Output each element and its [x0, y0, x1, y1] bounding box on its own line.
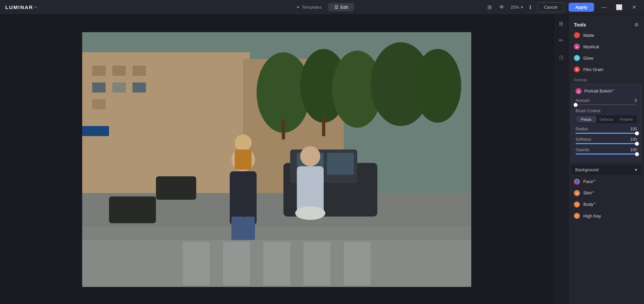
- brush-tab-focus[interactable]: Focus: [576, 116, 596, 123]
- brush-tab-defocus[interactable]: Defocus: [596, 116, 616, 123]
- chevron-down-icon: ▾: [521, 5, 523, 10]
- tool-item-skin[interactable]: ◈ SkinAI: [569, 187, 644, 199]
- canvas-area: [0, 15, 553, 304]
- bokeh-header[interactable]: ▲ Portrait BokehAI: [576, 88, 637, 94]
- edit-tab[interactable]: ☰ Edit: [328, 3, 354, 11]
- matte-label: Matte: [583, 33, 639, 38]
- brush-icon[interactable]: ✏: [556, 35, 567, 46]
- skin-icon: ◈: [574, 190, 580, 196]
- tools-section-header: Tools ⚙: [569, 17, 644, 29]
- tool-item-film-grain[interactable]: ■ Film Grain: [569, 64, 644, 75]
- film-grain-label: Film Grain: [583, 67, 639, 72]
- app-logo: LUMINARAI: [5, 4, 38, 10]
- radius-slider-row: Radius 100: [576, 127, 637, 134]
- opacity-slider-row: Opacity 100: [576, 147, 637, 155]
- body-icon: ✦: [574, 201, 580, 207]
- face-label: FaceAI: [583, 179, 639, 184]
- tool-item-matte[interactable]: Matte: [569, 29, 644, 41]
- topbar-right: ⊞ 👁 25% ▾ ℹ Cancel Apply — ⬜ ✕: [486, 2, 639, 12]
- amount-slider[interactable]: [576, 104, 637, 105]
- glow-icon: ✦: [574, 55, 580, 61]
- tools-list: Tools ⚙ Matte ▲ Mystical ✦ Glow ■ Film: [569, 15, 644, 304]
- brush-tabs: Focus Defocus Finisher: [576, 115, 637, 123]
- chevron-down-icon: ▾: [635, 167, 637, 172]
- bokeh-icon: ▲: [576, 88, 582, 94]
- opacity-slider[interactable]: [576, 154, 637, 155]
- face-icon: 👤: [574, 179, 580, 185]
- background-dropdown[interactable]: Background ▾: [571, 165, 641, 175]
- sliders-icon[interactable]: ⊞: [556, 18, 567, 29]
- portrait-section-header: Portrait: [569, 75, 644, 84]
- info-icon[interactable]: ℹ: [528, 3, 533, 12]
- mystical-label: Mystical: [583, 44, 639, 49]
- tool-item-body[interactable]: ✦ BodyAI: [569, 199, 644, 210]
- right-panel: ⊞ ✏ ◷ Tools ⚙ Matte ▲ Mystical ✦ G: [553, 15, 644, 304]
- portrait-bokeh-panel: ▲ Portrait BokehAI Amount 0: [571, 84, 641, 162]
- templates-icon: ✦: [296, 5, 300, 10]
- maximize-button[interactable]: ⬜: [613, 3, 625, 12]
- brush-tab-finisher[interactable]: Finisher: [616, 116, 636, 123]
- minimize-button[interactable]: —: [599, 3, 609, 12]
- high-key-icon: ☀: [574, 213, 580, 219]
- high-key-label: High Key: [583, 214, 639, 219]
- zoom-indicator[interactable]: 25% ▾: [511, 5, 523, 10]
- cancel-button[interactable]: Cancel: [537, 2, 564, 12]
- settings-icon[interactable]: ⚙: [634, 22, 639, 27]
- body-label: BodyAI: [583, 202, 639, 207]
- svg-rect-45: [82, 32, 471, 287]
- close-button[interactable]: ✕: [630, 3, 639, 12]
- topbar: LUMINARAI ✦ Templates ☰ Edit ⊞ 👁 25% ▾ ℹ…: [0, 0, 644, 15]
- photo-image: [82, 32, 471, 287]
- templates-tab[interactable]: ✦ Templates: [290, 3, 328, 11]
- film-grain-icon: ■: [574, 66, 580, 72]
- skin-label: SkinAI: [583, 190, 639, 195]
- matte-icon: [574, 32, 580, 38]
- compare-icon[interactable]: ⊞: [486, 3, 493, 12]
- softness-slider-row: Softness 100: [576, 137, 637, 144]
- photo-canvas: [82, 32, 471, 287]
- edit-icon: ☰: [334, 5, 338, 10]
- topbar-center-nav: ✦ Templates ☰ Edit: [290, 3, 354, 11]
- radius-slider[interactable]: [576, 133, 637, 134]
- clock-icon[interactable]: ◷: [556, 52, 567, 62]
- softness-slider[interactable]: [576, 143, 637, 144]
- brush-control-label: Brush Control: [576, 109, 637, 113]
- tools-icon-strip: ⊞ ✏ ◷: [554, 15, 569, 304]
- tool-item-high-key[interactable]: ☀ High Key: [569, 210, 644, 222]
- eye-icon[interactable]: 👁: [498, 3, 506, 12]
- tool-item-glow[interactable]: ✦ Glow: [569, 52, 644, 64]
- main-area: ⊞ ✏ ◷ Tools ⚙ Matte ▲ Mystical ✦ G: [0, 15, 644, 304]
- mystical-icon: ▲: [574, 44, 580, 50]
- apply-button[interactable]: Apply: [569, 3, 594, 12]
- amount-slider-row: Amount 0: [576, 98, 637, 105]
- glow-label: Glow: [583, 56, 639, 61]
- bokeh-title: Portrait BokehAI: [584, 88, 614, 94]
- tool-item-face[interactable]: 👤 FaceAI: [569, 176, 644, 187]
- tool-item-mystical[interactable]: ▲ Mystical: [569, 41, 644, 52]
